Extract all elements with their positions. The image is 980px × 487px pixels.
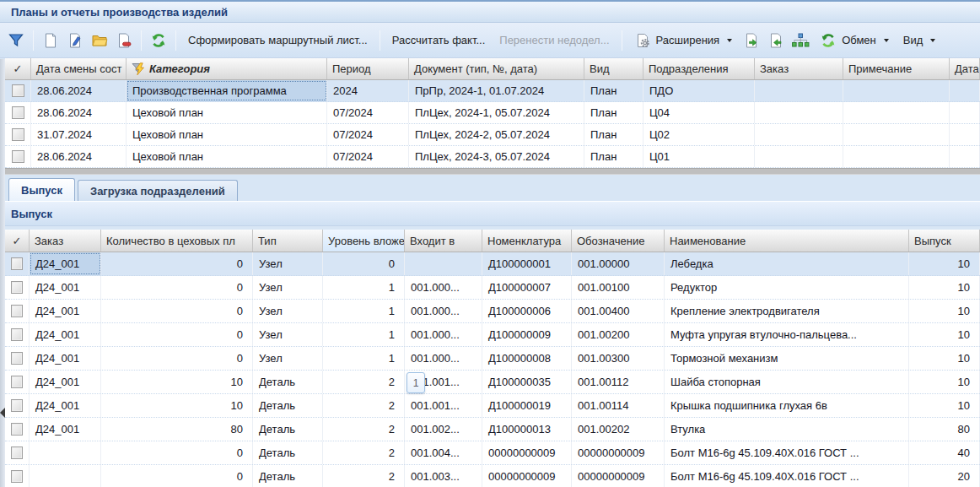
cell-partof[interactable]: 001.004... bbox=[405, 441, 482, 464]
cell-order[interactable]: Д24_001 bbox=[30, 276, 101, 299]
cell-level[interactable]: 1 bbox=[323, 323, 405, 346]
cell-name[interactable]: Муфта упругая втулочно-пальцева... bbox=[665, 323, 909, 346]
table-row[interactable]: Д24_001 0 Узел 0 Д100000001 001.00000 Ле… bbox=[5, 252, 980, 276]
cell-order[interactable] bbox=[30, 465, 101, 487]
cell-date2[interactable] bbox=[950, 102, 980, 123]
row-checkbox[interactable] bbox=[12, 106, 24, 119]
cell-name[interactable]: Лебедка bbox=[665, 252, 909, 275]
cell-document[interactable]: ПлЦех, 2024-1, 05.07.2024 bbox=[409, 102, 584, 123]
cell-order[interactable]: Д24_001 bbox=[30, 418, 101, 441]
row-checkbox[interactable] bbox=[11, 352, 23, 365]
cell-category[interactable]: Цеховой план bbox=[127, 124, 327, 145]
cell-name[interactable]: Крепление электродвигателя bbox=[665, 300, 909, 322]
cell-order[interactable]: Д24_001 bbox=[30, 394, 101, 417]
cell-qty[interactable]: 10 bbox=[101, 371, 253, 393]
cell-nomenclature[interactable]: Д100000013 bbox=[482, 418, 572, 441]
create-document-icon[interactable] bbox=[40, 30, 62, 51]
cell-partof[interactable]: 001.000... bbox=[405, 300, 482, 322]
table-row[interactable]: 28.06.2024 Цеховой план 07/2024 ПлЦех, 2… bbox=[5, 146, 980, 168]
cell-partof[interactable]: 001.000... bbox=[405, 276, 482, 299]
cell-order[interactable] bbox=[755, 146, 843, 167]
cell-category[interactable]: Цеховой план bbox=[127, 102, 327, 123]
cell-nomenclature[interactable]: Д100000007 bbox=[482, 276, 572, 299]
cell-level[interactable]: 2 bbox=[323, 394, 405, 417]
table-row[interactable]: 0 Деталь 2 001.003... 00000000009 000000… bbox=[5, 465, 980, 487]
plans-check-column-header[interactable]: ✓ bbox=[5, 58, 31, 79]
output-col-nomenclature[interactable]: Номенклатура bbox=[482, 230, 572, 252]
cell-nomenclature[interactable]: 00000000009 bbox=[482, 441, 572, 464]
cell-order[interactable] bbox=[755, 102, 843, 123]
cell-name[interactable]: Болт М16-6g 45.109.40Х.016 ГОСТ ... bbox=[665, 441, 909, 464]
cell-type[interactable]: Узел bbox=[253, 300, 323, 322]
cell-category-selected[interactable]: Производственная программа bbox=[127, 80, 327, 101]
output-col-output[interactable]: Выпуск bbox=[909, 230, 980, 252]
cell-order[interactable] bbox=[755, 124, 843, 145]
cell-qty[interactable]: 80 bbox=[101, 418, 253, 441]
cell-type[interactable]: Деталь bbox=[253, 418, 323, 441]
cell-output[interactable]: 80 bbox=[909, 418, 980, 441]
cell-nomenclature[interactable]: Д100000008 bbox=[482, 347, 572, 370]
cell-document[interactable]: ПлЦех, 2024-3, 05.07.2024 bbox=[409, 146, 584, 167]
row-checkbox[interactable] bbox=[12, 128, 24, 141]
cell-type[interactable]: Деталь bbox=[253, 371, 323, 393]
table-row[interactable]: Д24_001 80 Деталь 2 001.002... Д10000001… bbox=[5, 418, 980, 441]
filter-icon[interactable] bbox=[5, 30, 27, 51]
plans-col-division[interactable]: Подразделения bbox=[643, 58, 755, 79]
cell-level[interactable]: 2 bbox=[323, 418, 405, 441]
cell-designation[interactable]: 001.00112 bbox=[572, 371, 665, 393]
export-file-icon[interactable] bbox=[740, 30, 762, 51]
cell-nomenclature[interactable]: Д100000001 bbox=[482, 252, 572, 275]
output-col-type[interactable]: Тип bbox=[253, 230, 323, 252]
cell-division[interactable]: Ц04 bbox=[643, 102, 755, 123]
cell-document[interactable]: ПлЦех, 2024-2, 05.07.2024 bbox=[409, 124, 584, 145]
plans-col-order[interactable]: Заказ bbox=[755, 58, 843, 79]
cell-output[interactable]: 40 bbox=[909, 441, 980, 464]
cell-date[interactable]: 31.07.2024 bbox=[31, 124, 127, 145]
cell-type[interactable]: Узел bbox=[253, 347, 323, 370]
cell-designation[interactable]: 00000000009 bbox=[572, 441, 665, 464]
plans-col-date2[interactable]: Дата bbox=[950, 58, 980, 79]
cell-designation[interactable]: 001.00200 bbox=[572, 323, 665, 346]
cell-qty[interactable]: 0 bbox=[101, 300, 253, 322]
table-row[interactable]: 31.07.2024 Цеховой план 07/2024 ПлЦех, 2… bbox=[5, 124, 980, 146]
cell-qty[interactable]: 0 bbox=[101, 347, 253, 370]
table-row[interactable]: Д24_001 0 Узел 1 001.000... Д100000007 0… bbox=[5, 276, 980, 300]
cell-qty[interactable]: 0 bbox=[101, 465, 253, 487]
open-folder-icon[interactable] bbox=[89, 30, 110, 51]
cell-kind[interactable]: План bbox=[584, 146, 643, 167]
row-checkbox[interactable] bbox=[12, 84, 24, 97]
output-col-order[interactable]: Заказ bbox=[30, 230, 101, 252]
cell-division[interactable]: Ц01 bbox=[643, 146, 755, 167]
cell-qty[interactable]: 10 bbox=[101, 394, 253, 417]
cell-nomenclature[interactable]: Д100000006 bbox=[482, 300, 572, 322]
table-row[interactable]: Д24_001 0 Узел 1 001.000... Д100000009 0… bbox=[5, 323, 980, 347]
cell-level[interactable]: 1 bbox=[323, 347, 405, 370]
cell-order[interactable]: Д24_001 bbox=[30, 347, 101, 370]
cell-partof[interactable]: 001.000... bbox=[405, 347, 482, 370]
cell-type[interactable]: Узел bbox=[253, 323, 323, 346]
cell-date2[interactable] bbox=[950, 124, 980, 145]
cell-qty[interactable]: 0 bbox=[101, 252, 253, 275]
cell-name[interactable]: Втулка bbox=[665, 418, 909, 441]
cell-designation[interactable]: 001.00202 bbox=[572, 418, 665, 441]
cell-partof[interactable]: 001.000... bbox=[405, 323, 482, 346]
cell-order[interactable]: Д24_001 bbox=[30, 323, 101, 346]
cell-output[interactable]: 20 bbox=[909, 465, 980, 487]
cell-type[interactable]: Узел bbox=[253, 252, 323, 275]
cell-output[interactable]: 10 bbox=[909, 371, 980, 393]
cell-date2[interactable] bbox=[950, 146, 980, 167]
plans-col-category[interactable]: Категория bbox=[127, 58, 327, 79]
cell-order[interactable]: Д24_001 bbox=[30, 300, 101, 322]
cell-order-selected[interactable]: Д24_001 bbox=[30, 252, 101, 275]
horizontal-scrollbar[interactable] bbox=[0, 168, 980, 175]
cell-name[interactable]: Крышка подшипника глухая 6в bbox=[665, 394, 909, 417]
refresh-icon[interactable] bbox=[148, 30, 170, 51]
cell-date[interactable]: 28.06.2024 bbox=[31, 102, 127, 123]
cell-type[interactable]: Деталь bbox=[253, 441, 323, 464]
view-button[interactable]: Вид bbox=[897, 30, 942, 50]
row-checkbox[interactable] bbox=[11, 281, 23, 294]
cell-partof[interactable]: 001.001... bbox=[405, 394, 482, 417]
cell-level[interactable]: 2 bbox=[323, 441, 405, 464]
table-row[interactable]: 0 Деталь 2 001.004... 00000000009 000000… bbox=[5, 441, 980, 465]
cell-division[interactable]: Ц02 bbox=[643, 124, 755, 145]
